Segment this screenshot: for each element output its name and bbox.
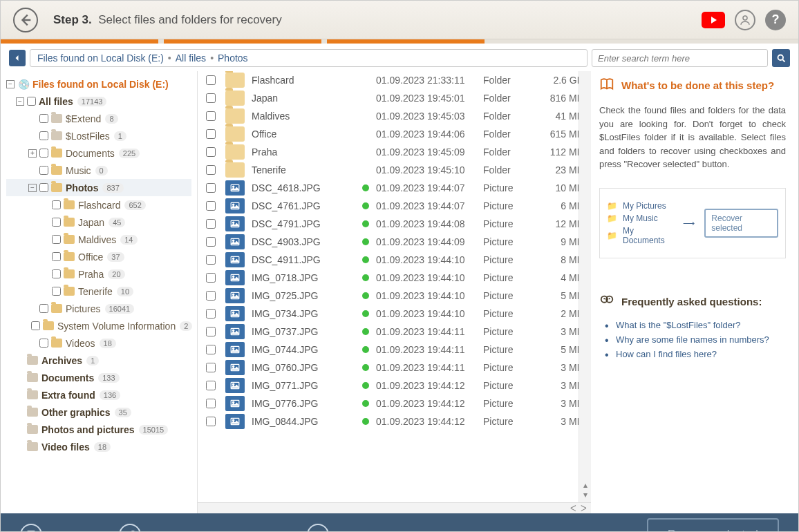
help-icon[interactable]: ?: [765, 10, 786, 30]
tree-item-pics[interactable]: Photos and pictures15015: [6, 421, 191, 438]
file-row[interactable]: DSC_4761.JPG01.09.2023 19:44:07Picture6 …: [198, 197, 591, 215]
file-checkbox[interactable]: [206, 291, 216, 301]
back-button[interactable]: [13, 8, 38, 32]
file-checkbox[interactable]: [206, 165, 216, 175]
tree-checkbox[interactable]: [39, 304, 48, 313]
recover-selected-button[interactable]: Recover selected: [647, 518, 779, 532]
file-checkbox[interactable]: [206, 273, 216, 283]
tree-item-lostfiles[interactable]: $LostFiles1: [6, 127, 191, 144]
file-row[interactable]: DSC_4791.JPG01.09.2023 19:44:08Picture12…: [198, 215, 591, 233]
file-checkbox[interactable]: [206, 183, 216, 193]
file-row[interactable]: DSC_4618.JPG01.09.2023 19:44:07Picture10…: [198, 179, 591, 197]
file-row[interactable]: DSC_4911.JPG01.09.2023 19:44:10Picture8 …: [198, 251, 591, 269]
tree-item-archives[interactable]: Archives1: [6, 352, 191, 369]
tree-checkbox[interactable]: [52, 218, 61, 227]
file-checkbox[interactable]: [206, 147, 216, 157]
file-row[interactable]: IMG_0776.JPG01.09.2023 19:44:12Picture3 …: [198, 395, 591, 412]
scroll-left-icon[interactable]: ᐸ: [570, 504, 576, 513]
search-input[interactable]: [592, 49, 768, 67]
file-checkbox[interactable]: [206, 75, 216, 85]
file-checkbox[interactable]: [206, 417, 216, 426]
file-checkbox[interactable]: [206, 399, 216, 408]
file-checkbox[interactable]: [206, 219, 216, 229]
tree-item-music[interactable]: Music0: [6, 162, 191, 179]
tree-item-svi[interactable]: System Volume Information2: [6, 317, 191, 334]
file-checkbox[interactable]: [206, 201, 216, 211]
breadcrumb[interactable]: Files found on Local Disk (E:) • All fil…: [30, 49, 588, 67]
tree-item-office[interactable]: Office37: [6, 248, 191, 265]
file-row[interactable]: IMG_0760.JPG01.09.2023 19:44:11Picture3 …: [198, 359, 591, 377]
tree-item-photos[interactable]: −Photos837: [6, 179, 191, 196]
file-row[interactable]: IMG_0725.JPG01.09.2023 19:44:10Picture5 …: [198, 287, 591, 305]
tree-checkbox[interactable]: [39, 114, 48, 123]
tree-checkbox[interactable]: [52, 235, 61, 244]
tree-checkbox[interactable]: [39, 339, 48, 348]
tree-item-praha[interactable]: Praha20: [6, 265, 191, 283]
tree-checkbox[interactable]: [39, 183, 48, 192]
file-checkbox[interactable]: [206, 111, 216, 121]
scroll-down-icon[interactable]: ▾: [583, 490, 588, 500]
tree-item-pictures[interactable]: Pictures16041: [6, 300, 191, 317]
file-row[interactable]: IMG_0744.JPG01.09.2023 19:44:11Picture5 …: [198, 341, 591, 359]
file-row[interactable]: Office01.09.2023 19:44:06Folder615 MB: [198, 125, 591, 143]
file-row[interactable]: Praha01.09.2023 19:45:09Folder112 MB: [198, 143, 591, 161]
tree-item-documents[interactable]: +Documents225: [6, 144, 191, 162]
tree-item-othergfx[interactable]: Other graphics35: [6, 403, 191, 421]
breadcrumb-p2[interactable]: Photos: [218, 53, 248, 64]
file-checkbox[interactable]: [206, 93, 216, 103]
faq-link[interactable]: How can I find files here?: [605, 349, 786, 359]
tree-item-documents2[interactable]: Documents133: [6, 369, 191, 386]
file-row[interactable]: Maldives01.09.2023 19:45:03Folder41 MB: [198, 107, 591, 125]
tree-item-extend[interactable]: $Extend8: [6, 110, 191, 127]
tree-checkbox[interactable]: [39, 166, 48, 175]
tree-item-extra[interactable]: Extra found136: [6, 386, 191, 403]
scroll-up-icon[interactable]: ▴: [583, 480, 588, 490]
file-row[interactable]: IMG_0718.JPG01.09.2023 19:44:10Picture4 …: [198, 269, 591, 287]
youtube-icon[interactable]: [702, 12, 725, 28]
tree-checkbox[interactable]: [31, 321, 40, 330]
tree-item-japan[interactable]: Japan45: [6, 213, 191, 231]
tree-checkbox[interactable]: [52, 287, 61, 296]
nav-back-button[interactable]: [9, 50, 26, 66]
tree-checkbox[interactable]: [52, 200, 61, 209]
file-checkbox[interactable]: [206, 345, 216, 354]
tree-checkbox[interactable]: [52, 269, 61, 278]
file-row[interactable]: DSC_4903.JPG01.09.2023 19:44:09Picture9 …: [198, 233, 591, 251]
horizontal-scrollbar[interactable]: ᐸ ᐳ: [198, 502, 591, 513]
file-checkbox[interactable]: [206, 255, 216, 265]
vertical-scrollbar[interactable]: ▴ ▾: [579, 71, 591, 502]
tree-checkbox[interactable]: [52, 252, 61, 261]
scroll-right-icon[interactable]: ᐳ: [581, 504, 587, 513]
file-checkbox[interactable]: [206, 237, 216, 247]
exit-wizard-button[interactable]: Exit Wizard: [307, 524, 390, 532]
file-row[interactable]: IMG_0734.JPG01.09.2023 19:44:10Picture2 …: [198, 305, 591, 323]
file-row[interactable]: IMG_0771.JPG01.09.2023 19:44:12Picture3 …: [198, 377, 591, 395]
tree-checkbox[interactable]: [39, 149, 48, 158]
faq-link[interactable]: Why are some file names in numbers?: [605, 334, 786, 345]
account-icon[interactable]: [735, 10, 755, 30]
tree-item-maldives[interactable]: Maldives14: [6, 231, 191, 248]
change-encoding-button[interactable]: Aß Change file names encoding: [119, 524, 281, 532]
tree-item-videofiles[interactable]: Video files18: [6, 438, 191, 455]
search-button[interactable]: [772, 49, 790, 67]
file-checkbox[interactable]: [206, 327, 216, 336]
tree-item-tenerife[interactable]: Tenerife10: [6, 283, 191, 300]
file-checkbox[interactable]: [206, 381, 216, 390]
breadcrumb-root[interactable]: Files found on Local Disk (E:): [37, 53, 164, 64]
tree-item-flashcard[interactable]: Flashcard652: [6, 196, 191, 213]
tree-checkbox[interactable]: [27, 97, 36, 106]
file-row[interactable]: IMG_0844.JPG01.09.2023 19:44:12Picture3 …: [198, 412, 591, 430]
file-row[interactable]: Japan01.09.2023 19:45:01Folder816 MB: [198, 89, 591, 107]
tree-sidebar[interactable]: −💿Files found on Local Disk (E:) −All fi…: [1, 71, 198, 513]
tree-item-videos[interactable]: Videos18: [6, 334, 191, 352]
file-row[interactable]: Tenerife01.09.2023 19:45:10Folder23 MB: [198, 161, 591, 179]
breadcrumb-p1[interactable]: All files: [176, 53, 206, 64]
tree-root[interactable]: −💿Files found on Local Disk (E:): [6, 75, 191, 93]
faq-link[interactable]: What is the "$LostFiles" folder?: [605, 320, 786, 330]
file-checkbox[interactable]: [206, 309, 216, 319]
tree-allfiles[interactable]: −All files17143: [6, 93, 191, 110]
select-all-button[interactable]: Select all: [20, 524, 93, 532]
file-checkbox[interactable]: [206, 129, 216, 139]
file-checkbox[interactable]: [206, 363, 216, 372]
file-row[interactable]: Flashcard01.09.2023 21:33:11Folder2.6 GB: [198, 71, 591, 89]
